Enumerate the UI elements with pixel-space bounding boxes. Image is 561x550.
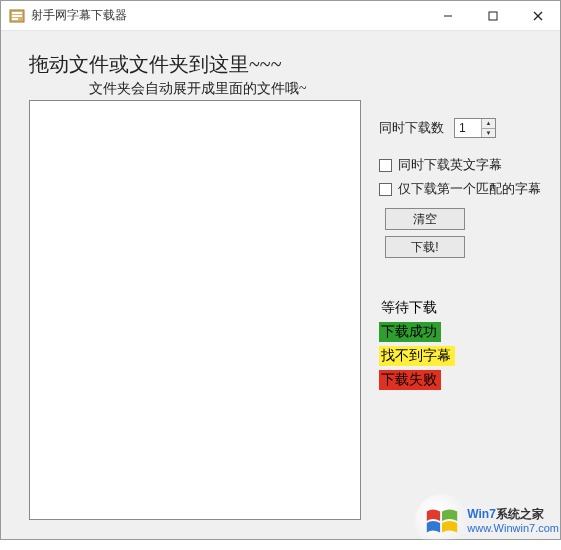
app-icon [9,8,25,24]
status-legend: 等待下载 下载成功 找不到字幕 下载失败 [379,298,541,394]
svg-rect-2 [12,15,22,17]
checkbox-row-english[interactable]: 同时下载英文字幕 [379,156,541,174]
drop-heading: 拖动文件或文件夹到这里~~~ [29,51,542,78]
close-icon [533,11,543,21]
watermark-text: Win7系统之家 www.Winwin7.com [467,507,559,535]
clear-button-label: 清空 [413,211,437,228]
checkbox-english-label: 同时下载英文字幕 [398,156,502,174]
window-title: 射手网字幕下载器 [31,7,425,24]
title-bar[interactable]: 射手网字幕下载器 [1,1,560,31]
checkbox-firstmatch[interactable] [379,183,392,196]
window-buttons [425,1,560,30]
download-button-label: 下载! [411,239,438,256]
legend-success: 下载成功 [379,322,441,342]
right-panel: 同时下载数 1 ▲ ▼ 同时下载英文字幕 仅下载第一个匹配的字幕 [379,98,541,394]
concurrent-value[interactable]: 1 [455,119,481,137]
legend-failed: 下载失败 [379,370,441,390]
download-button[interactable]: 下载! [385,236,465,258]
checkbox-row-firstmatch[interactable]: 仅下载第一个匹配的字幕 [379,180,541,198]
watermark-logo [415,494,469,548]
minimize-button[interactable] [425,1,470,31]
spinner-down-button[interactable]: ▼ [482,129,495,138]
drop-subheading: 文件夹会自动展开成里面的文件哦~ [89,80,542,98]
app-window: 射手网字幕下载器 拖动文件或文件夹到这里~~~ 文件夹会自动展开成里面的文件哦~… [0,0,561,540]
svg-rect-1 [12,12,22,14]
minimize-icon [443,11,453,21]
drop-zone[interactable] [29,100,361,520]
checkbox-english[interactable] [379,159,392,172]
legend-waiting: 等待下载 [379,298,441,318]
maximize-icon [488,11,498,21]
legend-notfound: 找不到字幕 [379,346,455,366]
watermark-url: www.Winwin7.com [467,522,559,535]
svg-rect-3 [12,18,18,20]
windows-flag-icon [423,502,461,540]
watermark: Win7系统之家 www.Winwin7.com [415,494,559,548]
client-area: 拖动文件或文件夹到这里~~~ 文件夹会自动展开成里面的文件哦~ 同时下载数 1 … [1,31,560,539]
concurrent-spinner[interactable]: 1 ▲ ▼ [454,118,496,138]
concurrent-label: 同时下载数 [379,119,444,137]
svg-rect-5 [489,12,497,20]
maximize-button[interactable] [470,1,515,31]
clear-button[interactable]: 清空 [385,208,465,230]
spinner-up-button[interactable]: ▲ [482,119,495,129]
checkbox-firstmatch-label: 仅下载第一个匹配的字幕 [398,180,541,198]
watermark-brand: Win7 [467,507,496,521]
close-button[interactable] [515,1,560,31]
watermark-brand-suffix: 系统之家 [496,507,544,521]
